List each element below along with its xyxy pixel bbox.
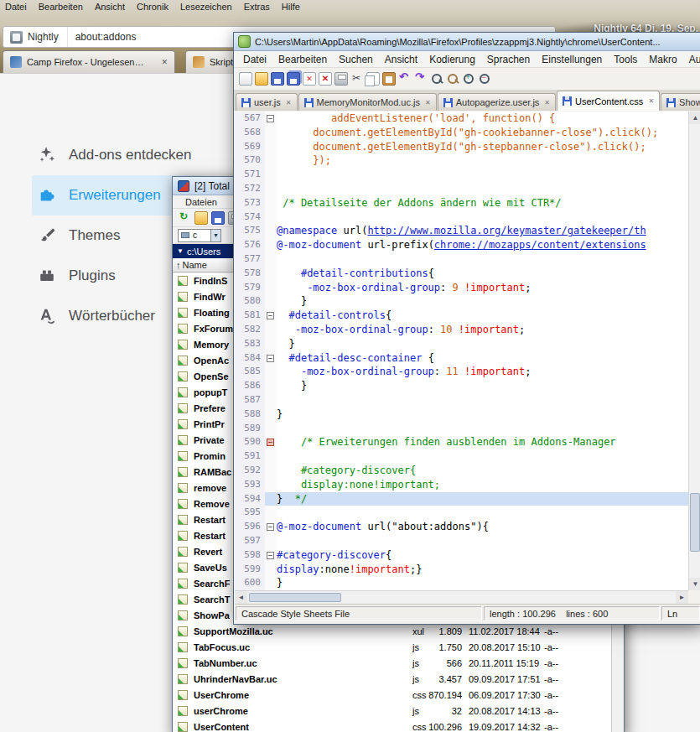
code-text[interactable]: } <box>277 294 700 309</box>
code-text[interactable]: #category-discover{ <box>277 464 700 478</box>
scrollbar-thumb[interactable] <box>249 593 341 602</box>
menu-item-bearbeiten[interactable]: Bearbeiten <box>39 2 83 12</box>
save-all-icon[interactable] <box>287 72 300 86</box>
identity-button[interactable]: Nightly <box>3 27 68 47</box>
code-text[interactable] <box>277 534 700 548</box>
fold-margin[interactable] <box>265 365 277 379</box>
code-text[interactable]: document.getElementById("gh-stepbanner-c… <box>277 140 700 154</box>
code-text[interactable] <box>277 422 700 436</box>
code-text[interactable]: display:none!important; <box>277 478 700 492</box>
menu-dateien[interactable]: Dateien <box>179 197 223 207</box>
zoom-in-icon[interactable] <box>462 72 475 86</box>
code-text[interactable]: -moz-box-ordinal-group: 10 !important; <box>277 323 700 337</box>
paste-icon[interactable] <box>382 72 396 86</box>
replace-icon[interactable] <box>446 72 459 86</box>
fold-margin[interactable]: − <box>265 435 277 449</box>
code-text[interactable]: } <box>277 379 700 393</box>
code-text[interactable] <box>277 252 700 267</box>
menu-item-bearbeiten[interactable]: Bearbeiten <box>272 54 333 65</box>
save-icon[interactable] <box>271 72 284 86</box>
cut-icon[interactable] <box>350 72 364 86</box>
fold-margin[interactable] <box>265 281 277 295</box>
code-text[interactable]: /* Detailseite der Addons ändern wie mit… <box>277 196 700 210</box>
fold-margin[interactable] <box>265 449 277 464</box>
editor-tab[interactable]: UserContent.css✕ <box>557 91 660 111</box>
scroll-down-icon[interactable]: ▼ <box>689 578 700 590</box>
editor-tab[interactable]: Autopagerize.user.js✕ <box>438 93 556 111</box>
fold-margin[interactable]: − <box>265 548 277 563</box>
drive-selector[interactable]: c ▼ <box>178 229 221 242</box>
copy-icon[interactable] <box>366 72 380 86</box>
open-folder-icon[interactable] <box>255 72 268 86</box>
menu-item-ansicht[interactable]: Ansicht <box>379 54 423 65</box>
fold-margin[interactable] <box>265 168 277 182</box>
fold-margin[interactable] <box>265 294 277 309</box>
fold-marker-icon[interactable]: − <box>267 523 274 531</box>
menu-item-lesezeichen[interactable]: Lesezeichen <box>180 2 232 12</box>
scroll-up-icon[interactable]: ▲ <box>689 112 700 124</box>
scroll-left-icon[interactable]: ◄ <box>235 591 247 604</box>
code-text[interactable]: }); <box>277 153 700 168</box>
menu-item-kodierung[interactable]: Kodierung <box>423 54 481 65</box>
zoom-out-icon[interactable] <box>478 72 491 86</box>
fold-margin[interactable] <box>265 422 277 436</box>
fold-margin[interactable] <box>265 478 277 492</box>
undo-icon[interactable] <box>398 72 412 86</box>
fold-margin[interactable] <box>265 196 277 210</box>
editor-tab[interactable]: MemoryMonitorMod.uc.js✕ <box>298 93 437 111</box>
scrollbar-thumb[interactable] <box>690 493 700 552</box>
menu-item-makro[interactable]: Makro <box>643 54 682 65</box>
menu-item-datei[interactable]: Datei <box>5 2 27 12</box>
fold-margin[interactable] <box>265 267 277 281</box>
menu-item-hilfe[interactable]: Hilfe <box>282 2 300 12</box>
dropdown-arrow-icon[interactable]: ▼ <box>210 230 220 241</box>
fold-margin[interactable] <box>265 337 277 351</box>
close-all-icon[interactable] <box>319 72 332 86</box>
code-text[interactable] <box>277 506 700 520</box>
file-row[interactable]: UserContentcss100.29619.09.2017 14:32-a-… <box>174 719 611 732</box>
file-row[interactable]: TabNumber.ucjs56620.11.2011 15:19-a-- <box>174 656 611 672</box>
file-row[interactable]: UhrinderNavBar.ucjs3.45709.09.2017 17:51… <box>174 672 611 688</box>
fold-margin[interactable]: − <box>265 309 277 323</box>
fold-margin[interactable] <box>265 534 277 548</box>
fold-margin[interactable] <box>265 252 277 267</box>
tc-refresh-icon[interactable] <box>178 211 191 225</box>
fold-margin[interactable]: − <box>265 112 277 126</box>
code-text[interactable]: @-moz-document url("about:addons"){ <box>277 520 700 534</box>
code-text[interactable]: document.getElementById("gh-cookiebanner… <box>277 126 700 140</box>
file-row[interactable]: TabFocus.ucjs1.75020.08.2017 15:10-a-- <box>174 640 611 656</box>
code-text[interactable]: -moz-box-ordinal-group: 11 !important; <box>277 365 700 379</box>
code-text[interactable]: #detail-desc-container { <box>277 351 700 366</box>
tab-close-icon[interactable]: ✕ <box>425 99 431 106</box>
fold-marker-icon[interactable]: − <box>267 312 274 319</box>
menu-item-tools[interactable]: Tools <box>608 54 643 65</box>
code-text[interactable]: } <box>277 576 700 590</box>
fold-margin[interactable] <box>265 153 277 168</box>
code-text[interactable]: addEventListener('load', function() { <box>277 112 700 126</box>
menu-item-datei[interactable]: Datei <box>237 54 272 65</box>
save-icon[interactable] <box>211 211 225 225</box>
fold-margin[interactable] <box>265 323 277 337</box>
fold-margin[interactable] <box>265 210 277 225</box>
tab-close-icon[interactable]: ✕ <box>286 99 292 106</box>
fold-margin[interactable] <box>265 464 277 478</box>
sidebar-item-discover[interactable]: Add-ons entdecken <box>32 135 203 175</box>
redo-icon[interactable] <box>414 72 428 86</box>
fold-margin[interactable] <box>265 576 277 590</box>
fold-marker-icon[interactable]: − <box>267 115 274 122</box>
fold-margin[interactable] <box>265 224 277 238</box>
fold-margin[interactable] <box>265 126 277 140</box>
tab-close-icon[interactable]: ✕ <box>544 99 550 106</box>
code-text[interactable]: } <box>277 337 700 351</box>
fold-margin[interactable] <box>265 506 277 520</box>
fold-margin[interactable] <box>265 182 277 196</box>
code-text[interactable] <box>277 210 700 225</box>
editor-tab[interactable]: ShowPass✕ <box>661 93 700 111</box>
fold-marker-icon[interactable]: − <box>267 439 274 446</box>
code-text[interactable]: -moz-box-ordinal-group: 9 !important; <box>277 281 700 295</box>
code-text[interactable] <box>277 168 700 182</box>
menu-item-suchen[interactable]: Suchen <box>333 54 379 65</box>
fold-margin[interactable] <box>265 238 277 252</box>
editor-hscrollbar[interactable]: ◄ ► <box>235 590 688 603</box>
menu-item-ausführen[interactable]: Ausführen <box>683 54 700 65</box>
